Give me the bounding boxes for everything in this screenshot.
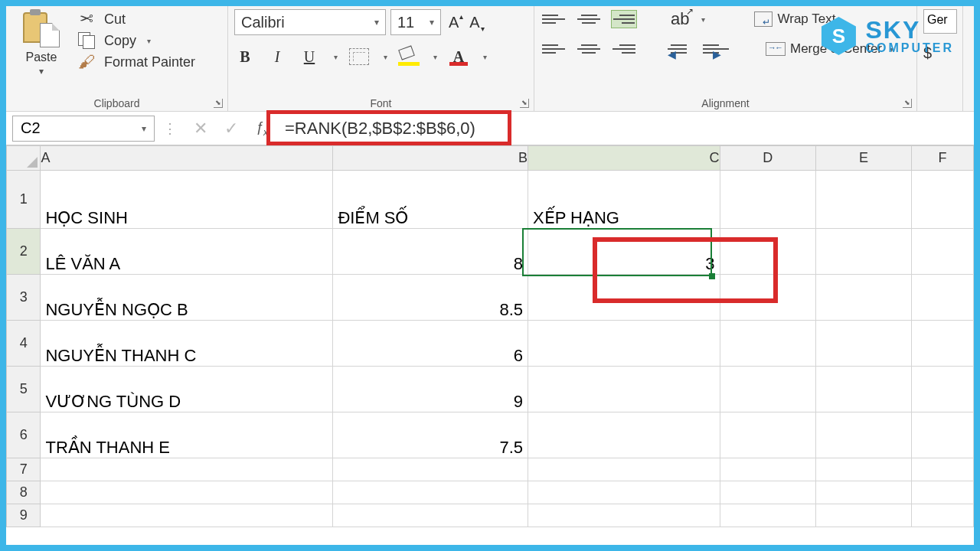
- cell-e8[interactable]: [815, 481, 911, 504]
- formula-input[interactable]: =RANK(B2,$B$2:$B$6,0): [277, 116, 974, 142]
- cell-b2[interactable]: 8: [333, 229, 528, 275]
- decrease-indent-button[interactable]: ◀: [671, 40, 694, 58]
- cell-e2[interactable]: [815, 229, 911, 275]
- cell-b4[interactable]: 6: [333, 321, 528, 367]
- font-size-select[interactable]: 11 ▾: [390, 9, 441, 35]
- row-header-1[interactable]: 1: [7, 171, 41, 229]
- col-header-d[interactable]: D: [720, 146, 815, 171]
- cell-a5[interactable]: VƯƠNG TÙNG D: [41, 367, 333, 412]
- align-top-button[interactable]: [541, 10, 567, 28]
- row-header-6[interactable]: 6: [7, 412, 41, 458]
- increase-font-button[interactable]: A: [446, 14, 462, 31]
- spreadsheet-grid[interactable]: A B C D E F 1 HỌC SINH ĐIỂM SỐ XẾP HẠNG …: [6, 145, 974, 545]
- cell-f1[interactable]: [912, 171, 974, 229]
- cancel-formula-button[interactable]: ✕: [185, 119, 216, 139]
- row-header-2[interactable]: 2: [7, 229, 41, 275]
- cell-b1[interactable]: ĐIỂM SỐ: [333, 171, 528, 229]
- cell-f9[interactable]: [912, 504, 974, 527]
- cell-d9[interactable]: [720, 504, 815, 527]
- cell-b3[interactable]: 8.5: [333, 275, 528, 321]
- bold-button[interactable]: B: [234, 46, 256, 67]
- decrease-font-button[interactable]: A: [466, 14, 482, 31]
- font-color-button[interactable]: A: [448, 47, 469, 66]
- row-header-4[interactable]: 4: [7, 321, 41, 367]
- cell-b9[interactable]: [333, 504, 528, 527]
- cell-d8[interactable]: [720, 481, 815, 504]
- cell-f6[interactable]: [912, 412, 974, 458]
- cell-f5[interactable]: [912, 367, 974, 412]
- cell-a1[interactable]: HỌC SINH: [41, 171, 333, 229]
- cell-c8[interactable]: [528, 481, 720, 504]
- col-header-f[interactable]: F: [912, 146, 974, 171]
- cell-e9[interactable]: [815, 504, 911, 527]
- cell-d3[interactable]: [720, 275, 815, 321]
- cell-d4[interactable]: [720, 321, 815, 367]
- font-color-dropdown-icon[interactable]: ▾: [483, 53, 487, 61]
- select-all-corner[interactable]: [7, 146, 41, 171]
- cell-f3[interactable]: [912, 275, 974, 321]
- orientation-dropdown-icon[interactable]: ▾: [701, 15, 705, 24]
- col-header-a[interactable]: A: [41, 146, 333, 171]
- cell-c4[interactable]: [528, 321, 720, 367]
- copy-dropdown-icon[interactable]: ▾: [147, 37, 151, 45]
- row-header-3[interactable]: 3: [7, 275, 41, 321]
- cell-d1[interactable]: [720, 171, 815, 229]
- alignment-launcher-icon[interactable]: ⬊: [903, 99, 912, 108]
- accept-formula-button[interactable]: ✓: [216, 119, 247, 139]
- cell-e5[interactable]: [815, 367, 911, 412]
- cell-e3[interactable]: [815, 275, 911, 321]
- cell-f4[interactable]: [912, 321, 974, 367]
- cell-c9[interactable]: [528, 504, 720, 527]
- col-header-b[interactable]: B: [333, 146, 528, 171]
- align-bottom-button[interactable]: [611, 10, 637, 28]
- underline-button[interactable]: U: [299, 46, 320, 67]
- paste-button[interactable]: Paste ▾: [12, 9, 70, 77]
- cell-a8[interactable]: [41, 481, 333, 504]
- cell-c2[interactable]: 3: [528, 229, 720, 275]
- increase-indent-button[interactable]: ▶: [703, 40, 726, 58]
- cell-c5[interactable]: [528, 367, 720, 412]
- align-middle-button[interactable]: [576, 10, 602, 28]
- borders-button[interactable]: [348, 46, 370, 67]
- borders-dropdown-icon[interactable]: ▾: [384, 53, 387, 61]
- cell-d7[interactable]: [720, 458, 815, 481]
- cell-a7[interactable]: [41, 458, 333, 481]
- cell-f7[interactable]: [912, 458, 974, 481]
- cell-a9[interactable]: [41, 504, 333, 527]
- cell-e6[interactable]: [815, 412, 911, 458]
- fill-color-button[interactable]: [398, 46, 420, 67]
- align-center-button[interactable]: [576, 40, 602, 58]
- cell-a4[interactable]: NGUYỄN THANH C: [41, 321, 333, 367]
- cell-d2[interactable]: [720, 229, 815, 275]
- cell-a6[interactable]: TRẦN THANH E: [41, 412, 333, 458]
- align-left-button[interactable]: [541, 40, 567, 58]
- format-painter-button[interactable]: 🖌 Format Painter: [77, 54, 195, 70]
- orientation-button[interactable]: ab: [671, 9, 689, 29]
- cell-c6[interactable]: [528, 412, 720, 458]
- row-header-5[interactable]: 5: [7, 367, 41, 412]
- cut-button[interactable]: ✂ Cut: [77, 11, 195, 28]
- row-header-8[interactable]: 8: [7, 481, 41, 504]
- cell-d6[interactable]: [720, 412, 815, 458]
- cell-b7[interactable]: [333, 458, 528, 481]
- fill-dropdown-icon[interactable]: ▾: [433, 53, 437, 61]
- name-box[interactable]: C2 ▾: [12, 116, 155, 142]
- cell-a3[interactable]: NGUYỄN NGỌC B: [41, 275, 333, 321]
- cell-f2[interactable]: [912, 229, 974, 275]
- cell-f8[interactable]: [912, 481, 974, 504]
- col-header-c[interactable]: C: [528, 146, 720, 171]
- font-launcher-icon[interactable]: ⬊: [520, 99, 529, 108]
- underline-dropdown-icon[interactable]: ▾: [334, 53, 338, 61]
- cell-b6[interactable]: 7.5: [333, 412, 528, 458]
- cell-e4[interactable]: [815, 321, 911, 367]
- row-header-9[interactable]: 9: [7, 504, 41, 527]
- fx-icon[interactable]: ƒx: [247, 119, 277, 138]
- align-right-button[interactable]: [611, 40, 637, 58]
- col-header-e[interactable]: E: [815, 146, 911, 171]
- cell-d5[interactable]: [720, 367, 815, 412]
- clipboard-launcher-icon[interactable]: ⬊: [214, 99, 223, 108]
- cell-c1[interactable]: XẾP HẠNG: [528, 171, 720, 229]
- cell-b5[interactable]: 9: [333, 367, 528, 412]
- copy-button[interactable]: Copy ▾: [77, 32, 195, 49]
- cell-e7[interactable]: [815, 458, 911, 481]
